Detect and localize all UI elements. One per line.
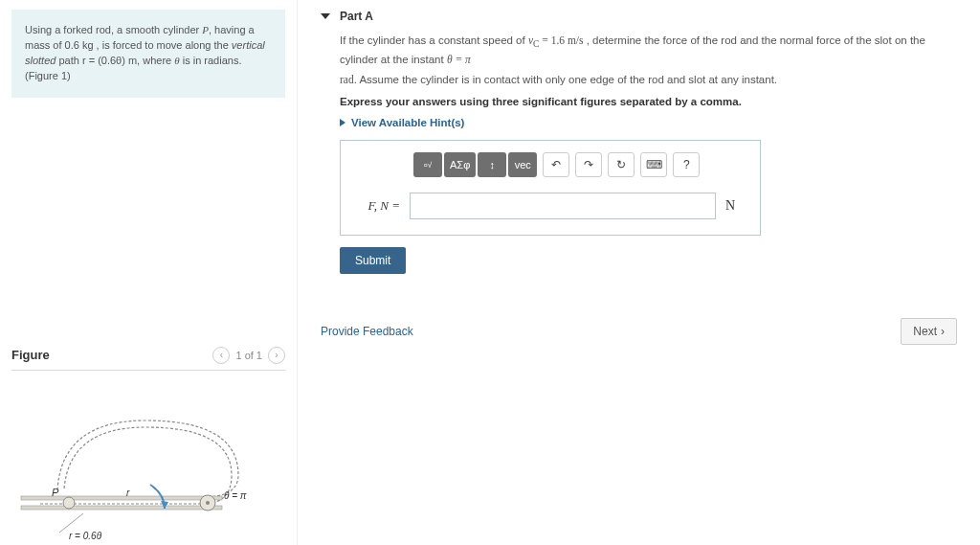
question-line-1: If the cylinder has a constant speed of …	[340, 33, 963, 68]
problem-intro: Using a forked rod, a smooth cylinder P,…	[11, 10, 285, 98]
submit-button[interactable]: Submit	[340, 247, 406, 274]
figure-counter: 1 of 1	[235, 350, 262, 361]
help-button[interactable]: ?	[673, 152, 700, 177]
part-a-header[interactable]: Part A	[321, 10, 963, 23]
scripts-button[interactable]: ↕	[478, 152, 506, 177]
undo-button[interactable]: ↶	[543, 152, 569, 177]
svg-point-3	[206, 501, 210, 505]
figure-title: Figure	[11, 348, 50, 362]
figure-prev-button[interactable]: ‹	[212, 347, 230, 364]
answer-area: ▫√ ΑΣφ ↕ vec ↶ ↷ ↻ ⌨ ? F, N = N	[340, 140, 761, 236]
intro-text: Using a forked rod, a smooth cylinder	[25, 24, 202, 35]
mass-value: 0.6 kg	[65, 39, 94, 51]
question-line-2: rad. Assume the cylinder is in contact w…	[340, 72, 963, 88]
chevron-right-icon: ›	[941, 325, 945, 338]
svg-point-4	[63, 497, 75, 509]
instruction-line: Express your answers using three signifi…	[340, 96, 963, 107]
figure-nav: ‹ 1 of 1 ›	[212, 347, 285, 364]
part-label: Part A	[340, 10, 373, 23]
collapse-icon	[321, 13, 330, 19]
svg-line-6	[59, 513, 83, 533]
view-hints-toggle[interactable]: View Available Hint(s)	[340, 117, 963, 128]
next-button[interactable]: Next ›	[901, 318, 957, 345]
expand-icon	[340, 119, 345, 126]
figure-panel: Figure ‹ 1 of 1 › P r θ = π r =	[11, 347, 285, 545]
figure-next-button[interactable]: ›	[268, 347, 285, 364]
equation-toolbar: ▫√ ΑΣφ ↕ vec ↶ ↷ ↻ ⌨ ?	[413, 152, 748, 177]
answer-unit: N	[725, 198, 748, 214]
figure-diagram: P r θ = π r = 0.6θ	[11, 394, 260, 545]
keyboard-button[interactable]: ⌨	[640, 152, 667, 177]
diagram-p-label: P	[52, 487, 59, 498]
svg-rect-1	[21, 506, 222, 510]
diagram-req-label: r = 0.6θ	[69, 531, 102, 541]
provide-feedback-link[interactable]: Provide Feedback	[321, 325, 413, 338]
vector-button[interactable]: vec	[508, 152, 537, 177]
diagram-theta-label: θ = π	[224, 490, 247, 501]
templates-button[interactable]: ▫√	[413, 152, 442, 177]
var-p: P	[202, 24, 209, 35]
answer-input[interactable]	[410, 193, 716, 219]
path-eq: r = (0.6θ) m	[82, 55, 137, 66]
greek-button[interactable]: ΑΣφ	[444, 152, 476, 177]
redo-button[interactable]: ↷	[575, 152, 602, 177]
answer-variable-label: F, N =	[352, 198, 400, 214]
reset-button[interactable]: ↻	[608, 152, 635, 177]
